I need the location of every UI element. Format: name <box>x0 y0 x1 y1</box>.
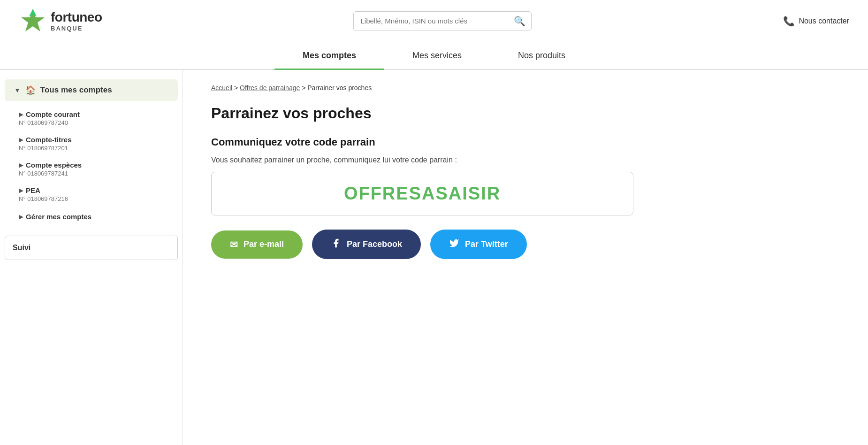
sidebar-item-compte-especes[interactable]: ▶ Compte espèces N° 018069787241 <box>0 156 183 182</box>
home-icon: 🏠 <box>25 85 36 95</box>
facebook-icon <box>331 238 341 251</box>
search-area: 🔍 <box>353 11 532 31</box>
sidebar-item-compte-titres[interactable]: ▶ Compte-titres N° 018069787201 <box>0 131 183 156</box>
search-button[interactable]: 🔍 <box>508 12 531 31</box>
sidebar-item-compte-courant[interactable]: ▶ Compte courant N° 018069787240 <box>0 106 183 131</box>
share-buttons: ✉ Par e-mail Par Facebook Par Twitter <box>211 230 840 259</box>
nav-item-nos-produits[interactable]: Nos produits <box>490 42 594 69</box>
email-icon: ✉ <box>230 239 238 250</box>
breadcrumb-home[interactable]: Accueil <box>211 84 232 92</box>
logo-name: fortuneo <box>51 10 102 25</box>
chevron-right-icon: ▶ <box>19 214 23 220</box>
header: fortuneo BANQUE 🔍 📞 Nous contacter <box>0 0 868 42</box>
twitter-icon <box>449 238 459 251</box>
all-accounts-label: Tous mes comptes <box>40 85 112 95</box>
breadcrumb: Accueil > Offres de parrainage > Parrain… <box>211 84 840 92</box>
logo-area[interactable]: fortuneo BANQUE <box>19 7 102 35</box>
search-wrapper: 🔍 <box>353 11 532 31</box>
share-email-button[interactable]: ✉ Par e-mail <box>211 230 303 259</box>
fortuneo-logo-icon <box>19 7 47 35</box>
chevron-right-icon: ▶ <box>19 137 23 143</box>
share-twitter-button[interactable]: Par Twitter <box>430 230 527 259</box>
section-title: Communiquez votre code parrain <box>211 136 840 148</box>
main-layout: ▼ 🏠 Tous mes comptes ▶ Compte courant N°… <box>0 70 868 445</box>
chevron-down-icon: ▼ <box>14 86 21 94</box>
parrain-code-box: OFFRESASAISIR <box>211 172 633 215</box>
sidebar-all-accounts[interactable]: ▼ 🏠 Tous mes comptes <box>5 79 178 101</box>
contact-label: Nous contacter <box>799 17 849 25</box>
sidebar-item-pea[interactable]: ▶ PEA N° 018069787216 <box>0 182 183 207</box>
breadcrumb-offers[interactable]: Offres de parrainage <box>240 84 300 92</box>
page-title: Parrainez vos proches <box>211 105 840 122</box>
code-description: Vous souhaitez parrainer un proche, comm… <box>211 156 840 164</box>
twitter-button-label: Par Twitter <box>465 239 508 249</box>
suivi-title: Suivi <box>13 244 170 252</box>
search-icon: 🔍 <box>514 16 525 26</box>
phone-icon: 📞 <box>783 15 795 27</box>
main-nav: Mes comptes Mes services Nos produits <box>0 42 868 70</box>
contact-area[interactable]: 📞 Nous contacter <box>783 15 849 27</box>
logo-text: fortuneo BANQUE <box>51 10 102 32</box>
chevron-right-icon: ▶ <box>19 111 23 118</box>
nav-item-mes-comptes[interactable]: Mes comptes <box>274 42 384 69</box>
breadcrumb-current: Parrainer vos proches <box>307 84 372 92</box>
chevron-right-icon: ▶ <box>19 187 23 194</box>
logo-banque: BANQUE <box>51 25 102 32</box>
nav-item-mes-services[interactable]: Mes services <box>384 42 490 69</box>
share-facebook-button[interactable]: Par Facebook <box>312 230 421 259</box>
main-content: Accueil > Offres de parrainage > Parrain… <box>183 70 868 445</box>
sidebar-suivi: Suivi <box>5 236 178 260</box>
facebook-button-label: Par Facebook <box>347 239 402 249</box>
sidebar-manage-accounts[interactable]: ▶ Gérer mes comptes <box>0 207 183 226</box>
chevron-right-icon: ▶ <box>19 162 23 169</box>
email-button-label: Par e-mail <box>244 239 284 249</box>
search-input[interactable] <box>354 12 508 30</box>
sidebar: ▼ 🏠 Tous mes comptes ▶ Compte courant N°… <box>0 70 183 445</box>
parrain-code: OFFRESASAISIR <box>344 184 501 203</box>
